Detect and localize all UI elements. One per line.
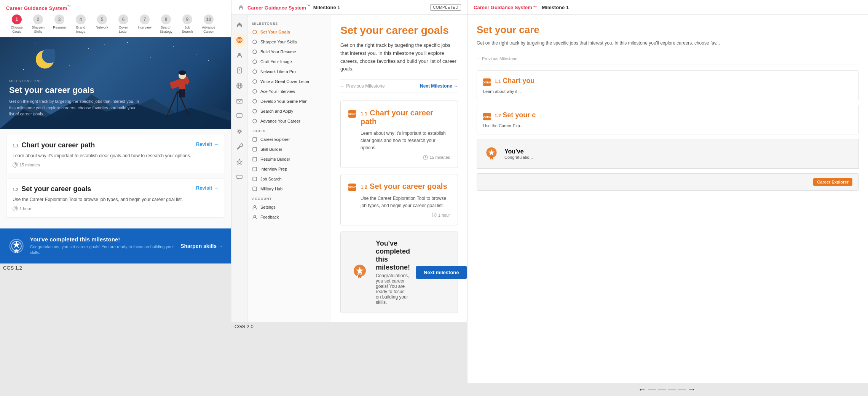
nav-document[interactable] [233,64,246,77]
svg-point-39 [253,80,257,83]
panel2-nav-icons [231,15,247,322]
step-circle-3: 3 [54,14,64,24]
p3-completion-text: You've Congratulatio... [504,148,533,160]
panel-cgs-1-2: Career Guidance System™ 1Choose Goals2Sh… [0,0,231,263]
p3-lesson1-num: 1.1 [495,79,501,84]
p1-lesson-1: 1.1Chart your career pathRevisit →Learn … [6,135,225,174]
nav-star[interactable] [233,155,246,169]
sidebar-milestones-container: Set Your GoalsSharpen Your SkillsBuild Y… [247,27,331,126]
sidebar-milestone-5[interactable]: Network Like a Pro [247,67,331,77]
p1-lesson-header-1: 1.1Chart your career pathRevisit → [13,141,219,149]
nav-settings[interactable] [233,125,246,138]
sidebar-account-1[interactable]: Settings [247,202,331,212]
nav-home[interactable] [233,18,246,32]
p1-lesson-desc-1: Learn about why it's important to establ… [13,152,219,159]
career-explorer-banner: Career Explorer [477,173,859,191]
footer-title: You've completed this milestone! [30,236,181,243]
sidebar-milestone-label-6: Write a Great Cover Letter [260,79,310,84]
nav-mail[interactable] [233,94,246,108]
sharpen-skills-button[interactable]: Sharpen skills → [180,243,223,249]
p1-lesson-num-title-2: 1.2Set your career goals [13,185,91,193]
nav-globe[interactable] [233,79,246,93]
p2-page-title: Set your career goals [340,24,458,37]
milestone-label: MILESTONE ONE [9,79,140,83]
p2-lesson-desc-2: Use the Career Exploration Tool to brows… [361,195,450,209]
sidebar-tool-5[interactable]: Job Search [247,174,331,184]
sidebar-milestone-label-8: Develop Your Game Plan [260,99,308,104]
p1-revisit-2[interactable]: Revisit → [196,185,219,191]
step-4[interactable]: 4Brand Image [70,14,91,34]
step-8[interactable]: 8Search Strategy [155,14,177,34]
p2-lesson-num-2: 1.2 [361,184,367,190]
sidebar-milestone-3[interactable]: Build Your Resume [247,47,331,57]
sidebar-tool-2[interactable]: Skill Builder [247,144,331,154]
sidebar-tool-1[interactable]: Career Explorer [247,134,331,144]
svg-point-35 [253,40,257,44]
step-5[interactable]: 5Network [91,14,113,30]
p2-lesson-time-1: 15 minutes [361,155,450,160]
career-explorer-tag[interactable]: Career Explorer [813,178,852,186]
panel2-top: Career Guidance System™ Milestone 1 [238,4,340,11]
footer-text: You've completed this milestone! Congrat… [30,236,181,256]
sidebar-milestone-9[interactable]: Search and Apply [247,106,331,116]
panel3: Career Guidance System™ Milestone 1 Set … [468,0,868,383]
home-icon[interactable] [238,4,244,11]
p1-lesson-title-2: Set your career goals [21,185,91,193]
sidebar-account-icon-1 [252,204,257,210]
nav-comment[interactable] [233,170,246,184]
p3-completion-badge [483,145,500,162]
sidebar-milestone-6[interactable]: Write a Great Cover Letter [247,77,331,86]
svg-point-40 [253,89,257,93]
step-2[interactable]: 2Sharpen Skills [27,14,49,34]
sidebar-milestone-icon-1 [252,29,257,35]
sidebar-milestone-label-2: Sharpen Your Skills [260,40,297,44]
next-milestone-link[interactable]: Next Milestone → [420,83,458,89]
p3-lesson1-desc: Learn about why it... [483,89,852,94]
sidebar-milestone-8[interactable]: Develop Your Game Plan [247,96,331,106]
step-6[interactable]: 6Cover Letter [113,14,134,34]
sidebar-milestone-2[interactable]: Sharpen Your Skills [247,37,331,47]
p2-completion-text: You've completed this milestone! Congrat… [376,240,410,305]
sidebar-tools-container: Career ExplorerSkill BuilderResume Build… [247,134,331,194]
step-9[interactable]: 9Job Search [177,14,198,34]
prev-milestone-link[interactable]: ← Previous Milestone [340,83,385,89]
sidebar-milestone-1[interactable]: Set Your Goals [247,27,331,37]
step-7[interactable]: 7Interview [134,14,155,30]
step-3[interactable]: 3Resume [49,14,70,30]
nav-target[interactable] [233,33,246,47]
svg-point-43 [253,119,257,123]
p3-done-2: DONE [483,113,491,120]
brand-name: Career Guidance System [6,5,67,11]
sidebar-milestone-7[interactable]: Ace Your Interview [247,86,331,96]
svg-rect-47 [253,167,257,171]
sidebar-milestone-icon-10 [252,118,257,124]
sidebar-milestone-4[interactable]: Craft Your Image [247,57,331,67]
p2-page-desc: Get on the right track by targeting the … [340,42,458,73]
nav-wrench[interactable] [233,140,246,153]
next-milestone-button[interactable]: Next milestone [416,266,466,279]
step-circle-4: 4 [76,14,86,24]
p2-lessons-container: DONE1.1Chart your career pathLearn about… [340,101,458,225]
panel-cgs-2-0: Career Guidance System™ Milestone 1 COMP… [231,0,468,322]
p1-revisit-1[interactable]: Revisit → [196,141,219,147]
time-icon-1: ⏱ [13,162,18,168]
nav-chat[interactable] [233,109,246,123]
sidebar-milestone-label-3: Build Your Resume [260,50,296,54]
svg-point-14 [179,70,186,75]
step-1[interactable]: 1Choose Goals [6,14,27,34]
sidebar-milestone-label-4: Craft Your Image [260,59,292,64]
sidebar-milestone-icon-6 [252,79,257,84]
p2-brand: Career Guidance System™ [247,4,310,11]
step-10[interactable]: 10Advance Career [198,14,219,34]
step-circle-1: 1 [12,14,22,24]
sidebar-account-2[interactable]: Feedback [247,212,331,222]
sidebar-milestone-10[interactable]: Advance Your Career [247,116,331,126]
sidebar-tool-4[interactable]: Interview Prep [247,164,331,174]
sidebar-tool-6[interactable]: Military Hub [247,184,331,194]
sidebar-tool-3[interactable]: Resume Builder [247,154,331,164]
svg-point-31 [238,130,241,133]
nav-user[interactable] [233,48,246,62]
milestone-badge [8,237,26,255]
p3-prev-link[interactable]: ← Previous Milestone [477,56,517,61]
p3-completion-banner: You've Congratulatio... [477,139,859,169]
